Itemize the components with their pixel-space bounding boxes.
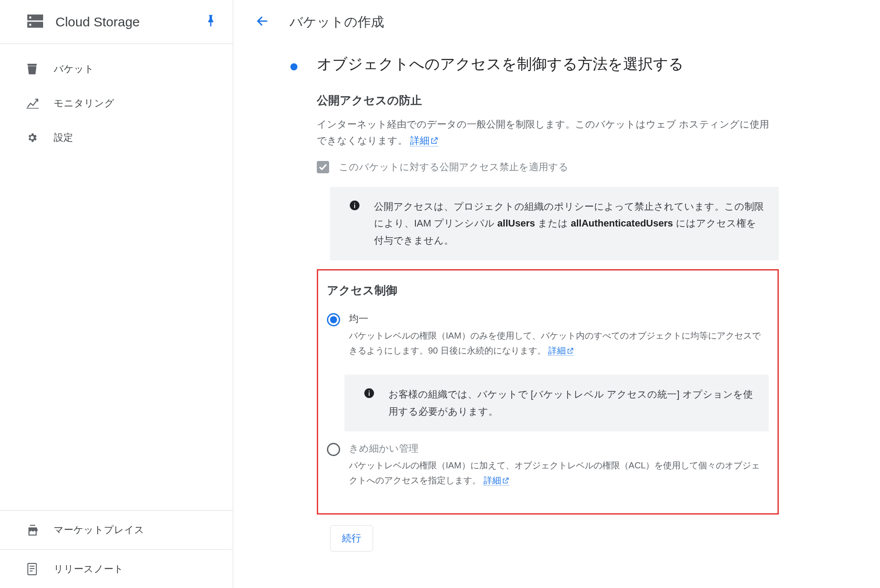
- product-name: Cloud Storage: [55, 15, 201, 29]
- radio-fine[interactable]: [327, 443, 340, 456]
- sidebar-item-marketplace[interactable]: マーケットプレイス: [0, 511, 233, 549]
- access-control-radio-group: 均一 バケットレベルの権限（IAM）のみを使用して、バケット内のすべてのオブジェ…: [327, 306, 769, 495]
- external-link-icon: [430, 133, 438, 150]
- storage-icon: [27, 14, 43, 30]
- fine-learn-more-link[interactable]: 詳細: [484, 475, 509, 486]
- public-access-description-text: インターネット経由でのデータの一般公開を制限します。このバケットはウェブ ホステ…: [317, 119, 769, 146]
- radio-item-uniform: 均一 バケットレベルの権限（IAM）のみを使用して、バケット内のすべてのオブジェ…: [327, 306, 769, 365]
- step-dot-icon: [290, 63, 297, 70]
- radio-fine-desc: バケットレベルの権限（IAM）に加えて、オブジェクトレベルの権限（ACL）を使用…: [349, 458, 769, 489]
- sidebar-item-label: バケット: [54, 62, 94, 76]
- info-bold: allAuthenticatedUsers: [571, 218, 673, 229]
- uniform-info-box: お客様の組織では、バケットで [バケットレベル アクセスの統一] オプションを使…: [345, 375, 769, 431]
- info-bold: allUsers: [497, 218, 535, 229]
- uniform-learn-more-link[interactable]: 詳細: [548, 346, 574, 356]
- info-segment: または: [535, 218, 571, 229]
- svg-rect-14: [369, 392, 370, 396]
- svg-rect-3: [29, 24, 32, 26]
- svg-rect-15: [369, 391, 370, 391]
- sidebar-footer: マーケットプレイス リリースノート: [0, 510, 233, 588]
- continue-button[interactable]: 続行: [330, 525, 373, 551]
- enforce-public-access-label: このバケットに対する公開アクセス禁止を適用する: [339, 161, 568, 174]
- back-button[interactable]: [253, 12, 272, 32]
- sidebar-item-label: モニタリング: [54, 97, 114, 110]
- link-text: 詳細: [484, 475, 501, 485]
- nav-list: バケット モニタリング 設定: [0, 44, 233, 510]
- svg-rect-2: [29, 16, 32, 18]
- content: オブジェクトへのアクセスを制御する方法を選択する 公開アクセスの防止 インターネ…: [233, 44, 880, 569]
- public-access-heading: 公開アクセスの防止: [317, 93, 779, 108]
- monitoring-icon: [26, 98, 44, 109]
- sidebar: Cloud Storage バケット: [0, 0, 233, 588]
- radio-uniform-label: 均一: [349, 312, 769, 325]
- marketplace-icon: [26, 524, 44, 536]
- info-icon: [359, 386, 380, 420]
- enforce-public-access-checkbox[interactable]: [317, 161, 329, 173]
- public-access-description: インターネット経由でのデータの一般公開を制限します。このバケットはウェブ ホステ…: [317, 116, 779, 150]
- main: バケットの作成 オブジェクトへのアクセスを制御する方法を選択する 公開アクセスの…: [233, 0, 880, 588]
- step-title: オブジェクトへのアクセスを制御する方法を選択する: [317, 53, 779, 75]
- main-header: バケットの作成: [233, 0, 880, 44]
- enforce-public-access-checkbox-row: このバケットに対する公開アクセス禁止を適用する: [317, 161, 779, 174]
- public-access-info-text: 公開アクセスは、プロジェクトの組織のポリシーによって禁止されています。この制限に…: [374, 198, 765, 249]
- sidebar-item-label: リリースノート: [54, 562, 124, 576]
- link-text: 詳細: [410, 135, 429, 146]
- sidebar-item-label: マーケットプレイス: [54, 523, 144, 537]
- radio-uniform-desc: バケットレベルの権限（IAM）のみを使用して、バケット内のすべてのオブジェクトに…: [349, 328, 769, 359]
- radio-fine-label: きめ細かい管理: [349, 442, 769, 455]
- sidebar-item-buckets[interactable]: バケット: [0, 52, 233, 86]
- gear-icon: [26, 132, 44, 143]
- page-title: バケットの作成: [290, 13, 384, 31]
- pin-button[interactable]: [201, 12, 220, 32]
- bucket-icon: [26, 64, 44, 74]
- external-link-icon: [567, 344, 574, 359]
- svg-rect-11: [354, 205, 355, 208]
- access-control-heading: アクセス制御: [327, 283, 769, 298]
- desc-text: バケットレベルの権限（IAM）に加えて、オブジェクトレベルの権限（ACL）を使用…: [349, 460, 760, 485]
- public-access-info-box: 公開アクセスは、プロジェクトの組織のポリシーによって禁止されています。この制限に…: [330, 187, 779, 261]
- link-text: 詳細: [548, 346, 566, 355]
- radio-item-fine: きめ細かい管理 バケットレベルの権限（IAM）に加えて、オブジェクトレベルの権限…: [327, 436, 769, 495]
- info-icon: [344, 198, 365, 249]
- access-control-highlight: アクセス制御 均一 バケットレベルの権限（IAM）のみを使用して、バケット内のす…: [317, 269, 779, 515]
- public-access-learn-more-link[interactable]: 詳細: [410, 135, 438, 146]
- step-marker: [290, 53, 317, 551]
- sidebar-item-release-notes[interactable]: リリースノート: [0, 549, 233, 588]
- svg-rect-12: [354, 203, 355, 204]
- sidebar-item-monitoring[interactable]: モニタリング: [0, 86, 233, 121]
- pin-icon: [206, 15, 216, 29]
- external-link-icon: [502, 474, 509, 489]
- check-icon: [319, 163, 327, 172]
- uniform-info-text: お客様の組織では、バケットで [バケットレベル アクセスの統一] オプションを使…: [389, 386, 755, 420]
- release-notes-icon: [26, 563, 44, 575]
- sidebar-header: Cloud Storage: [0, 0, 233, 44]
- sidebar-item-label: 設定: [54, 131, 73, 144]
- sidebar-item-settings[interactable]: 設定: [0, 121, 233, 155]
- continue-label: 続行: [342, 533, 361, 544]
- radio-uniform[interactable]: [327, 313, 340, 326]
- arrow-left-icon: [256, 15, 269, 29]
